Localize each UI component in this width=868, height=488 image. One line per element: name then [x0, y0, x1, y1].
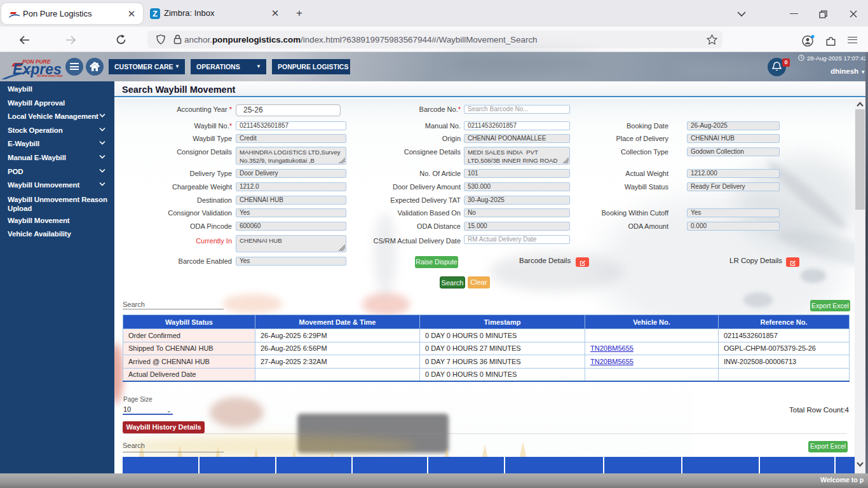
svg-text:On time every time: On time every time: [37, 74, 63, 78]
